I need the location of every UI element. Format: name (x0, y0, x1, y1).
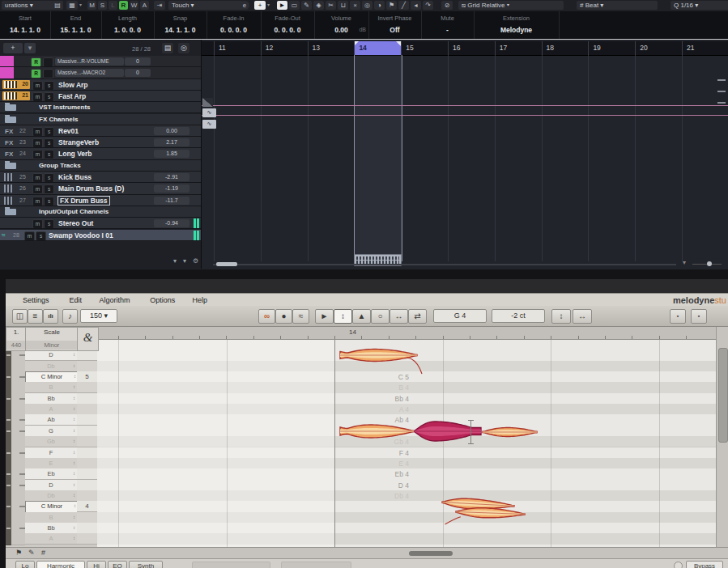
solo-button[interactable]: s (44, 184, 54, 194)
note-stepper-icon[interactable]: ↕ (73, 414, 75, 425)
vertical-autoscroll-button[interactable]: ↕ (551, 309, 571, 324)
mute-button[interactable]: m (32, 197, 43, 206)
solo-button[interactable]: s (44, 138, 54, 148)
info-column-end[interactable]: End15. 1. 1. 0 (50, 11, 102, 39)
clip-stub[interactable]: ∿ (202, 108, 216, 117)
grid-type-dropdown[interactable]: # Beat ▾ (577, 1, 658, 10)
track-row[interactable]: FX Channels (0, 114, 201, 125)
pitch-ruler-row[interactable]: Gb↕ (6, 436, 97, 447)
expand-icon[interactable]: ▾ (183, 257, 186, 265)
zoom-tool[interactable]: ◎ (362, 1, 373, 10)
pitch-ruler-row[interactable]: Bb↕ (6, 393, 97, 404)
pitch-note-cell[interactable]: Bb↕ (25, 393, 77, 405)
pitch-ruler-row[interactable]: F↕ (6, 447, 97, 458)
menu-settings[interactable]: Settings (20, 295, 52, 305)
horizontal-scrollbar-thumb[interactable] (409, 551, 453, 556)
pitch-ruler-row[interactable]: A↕ (6, 404, 97, 414)
clef-selector-cell[interactable]: & (77, 327, 99, 351)
mute-button[interactable]: m (32, 150, 43, 159)
automation-w-button[interactable]: W (130, 1, 138, 10)
info-column-fade-in[interactable]: Fade-In0. 0. 0. 0 (206, 11, 262, 39)
track-row[interactable]: ≈28msSwamp Voodoo I 01 (0, 230, 201, 241)
tab-harmonic[interactable]: Harmonic (36, 561, 85, 568)
automation-parameter-name[interactable]: Massive...-MACRO2 (55, 69, 124, 77)
line-tool[interactable]: ╱ (398, 1, 409, 10)
track-row[interactable]: Group Tracks (0, 160, 201, 172)
note-stepper-icon[interactable]: ↕ (74, 372, 76, 381)
h-scroll-track[interactable] (213, 264, 676, 265)
color-tool[interactable]: ↷ (423, 1, 433, 10)
track-list-icon[interactable]: ▤ (52, 1, 63, 10)
track-row[interactable]: 20msSlow Arp (0, 79, 201, 91)
track-level-value[interactable]: -1.19 (154, 184, 189, 193)
note-stepper-icon[interactable]: ↕ (73, 361, 75, 371)
note-stepper-icon[interactable]: ↕ (73, 533, 75, 544)
pitch-note-cell[interactable]: E↕ (25, 458, 77, 469)
note-stepper-icon[interactable]: ↕ (73, 436, 75, 447)
edit-channel-button[interactable]: e (240, 1, 249, 10)
automation-s-button[interactable]: S (98, 1, 107, 10)
clip-stub[interactable]: ∿ (202, 120, 216, 129)
mute-tool[interactable]: × (350, 1, 360, 10)
pitch-ruler-row[interactable]: Eb↕ (6, 468, 97, 479)
track-row[interactable]: 27msFX Drum Buss-11.7 (0, 195, 201, 206)
info-column-mute[interactable]: Mute- (421, 11, 475, 39)
track-row[interactable]: 25msKick Buss-2.91 (0, 172, 201, 183)
note-stepper-icon[interactable]: ↕ (73, 393, 75, 404)
track-row[interactable]: FX24msLong Verb1.85 (0, 148, 201, 159)
pitch-tool[interactable]: ↕ (334, 309, 352, 324)
add-track-menu-button[interactable]: ▾ (24, 43, 36, 53)
automation-m-button[interactable]: M (87, 1, 96, 10)
pitch-note-cell[interactable]: Gb↕ (25, 436, 77, 447)
hash-icon[interactable]: # (41, 549, 45, 557)
pitch-ruler-row[interactable]: C Minor↕5 (6, 371, 97, 382)
mute-button[interactable]: m (32, 219, 43, 229)
pitch-ruler-row[interactable]: Db↕ (6, 490, 97, 501)
read-automation-button[interactable]: R (31, 69, 41, 78)
panel-toggle-icon[interactable]: ◫ (12, 309, 28, 324)
tab-eq[interactable]: EQ (108, 561, 127, 568)
track-row[interactable]: RMassive...R-VOLUME0 (0, 56, 201, 67)
snap-icon[interactable]: ⊘ (441, 1, 453, 10)
automation-parameter-name[interactable]: Massive...R-VOLUME (55, 57, 124, 66)
pitch-ruler-row[interactable]: E↕ (6, 458, 97, 468)
pitch-ruler-row[interactable]: A↕ (6, 533, 97, 544)
collapse-icon[interactable]: ▾ (173, 257, 177, 265)
solo-button[interactable]: s (36, 231, 46, 241)
automation-value[interactable]: 0 (125, 57, 151, 66)
move-tool-icon[interactable]: + (254, 1, 266, 10)
pitch-note-cell[interactable]: A↕ (25, 533, 77, 545)
track-row[interactable]: FX22msRev010.00 (0, 125, 201, 137)
automation-extra-button[interactable] (43, 57, 53, 67)
split-tool[interactable]: ✂ (326, 1, 336, 10)
h-scroll-thumb[interactable] (216, 262, 237, 266)
mini-button-2[interactable]: ▪ (691, 309, 707, 324)
blob-macro-button[interactable]: ● (275, 309, 292, 324)
menu-algorithm[interactable]: Algorithm (96, 295, 132, 305)
pitch-note-cell[interactable]: Db↕ (25, 361, 77, 372)
pitch-note-cell[interactable]: D↕ (25, 480, 77, 491)
mute-button[interactable]: m (32, 92, 43, 102)
object-selection-tool[interactable]: ► (277, 1, 287, 10)
solo-button[interactable]: s (44, 197, 54, 206)
automation-r-button[interactable]: R (119, 1, 128, 10)
info-column-fade-out[interactable]: Fade-Out0. 0. 0. 0 (261, 11, 315, 39)
camera-menu-caret[interactable]: ▾ (79, 1, 82, 10)
note-stepper-icon[interactable]: ↕ (73, 512, 75, 523)
track-row[interactable]: VST Instruments (0, 102, 201, 113)
pitch-ruler-row[interactable]: B↕ (6, 382, 97, 392)
mute-button[interactable]: m (24, 231, 35, 241)
solo-button[interactable]: s (44, 81, 54, 91)
note-stepper-icon[interactable]: ↕ (73, 426, 75, 436)
info-column-extension[interactable]: ExtensionMelodyne (474, 11, 560, 39)
pitch-note-cell[interactable]: Ab↕ (25, 414, 77, 426)
quantize-dropdown[interactable]: Q 1/16 ▾ (671, 1, 728, 10)
read-automation-button[interactable]: R (31, 57, 41, 67)
note-stepper-icon[interactable]: ↕ (73, 490, 75, 501)
automation-value[interactable]: 0 (125, 69, 151, 77)
audition-tool[interactable]: ◂ (411, 1, 421, 10)
tab-lo[interactable]: Lo (15, 561, 35, 568)
tab-hi[interactable]: Hi (87, 561, 106, 568)
zoom-slider-knob[interactable] (707, 261, 712, 266)
pitch-ruler-row[interactable]: Ab↕ (6, 414, 97, 425)
